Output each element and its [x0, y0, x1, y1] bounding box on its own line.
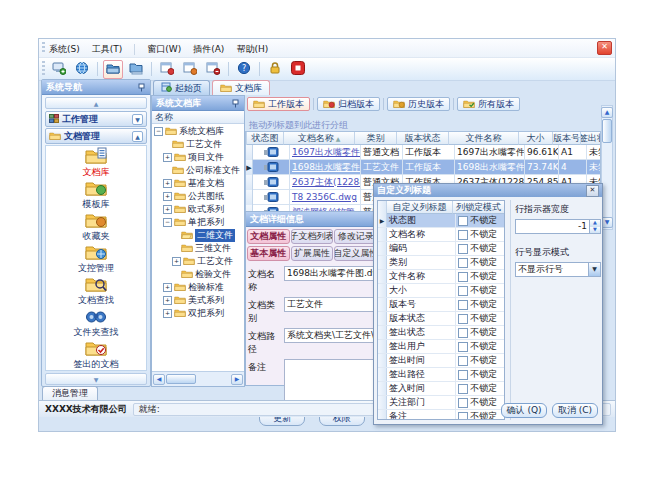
document-name-link[interactable]: 1698出水嘴零件图.dwg	[292, 161, 361, 174]
lock-checkbox[interactable]	[458, 286, 468, 296]
table-row[interactable]: ▶1698出水嘴零件图.dwg工艺文件工作版本1698出水嘴零件图.dwg73.…	[246, 160, 600, 175]
tab-起始页[interactable]: 起始页	[153, 80, 210, 95]
dialog-column-header-自定义列标题[interactable]: 自定义列标题	[387, 201, 453, 214]
dialog-row-文件名称[interactable]: 文件名称不锁定	[378, 270, 504, 284]
toolbar-button-open-library[interactable]	[103, 60, 123, 79]
spinner-down-icon[interactable]: ▼	[590, 227, 600, 234]
scrollbar-thumb[interactable]	[166, 374, 196, 384]
expand-plus-icon[interactable]: +	[172, 257, 181, 266]
dialog-row-签出路径[interactable]: 签出路径不锁定	[378, 368, 504, 382]
lock-checkbox[interactable]	[458, 314, 468, 324]
sidebar-item-签出的文档[interactable]: 签出的文档	[74, 339, 119, 371]
tree-horizontal-scrollbar[interactable]: ◀ ▶	[152, 371, 244, 386]
sidebar-item-文控管理[interactable]: 文控管理	[78, 243, 114, 275]
lock-checkbox[interactable]	[458, 244, 468, 254]
dialog-title-bar[interactable]: 自定义列标题 ✕	[374, 184, 602, 197]
collapse-icon[interactable]: ▲	[132, 131, 143, 142]
menubar-grip-handle[interactable]	[42, 42, 45, 54]
document-name-link[interactable]: T8 2356C.dwg	[292, 192, 357, 202]
collapse-minus-icon[interactable]: −	[154, 127, 163, 136]
tree-node-检验文件[interactable]: 检验文件	[152, 268, 244, 281]
expand-plus-icon[interactable]: +	[163, 283, 172, 292]
document-name-link[interactable]: 2637主体(12284).dwg	[292, 176, 361, 189]
expand-icon[interactable]: ▼	[132, 114, 143, 125]
lock-checkbox[interactable]	[458, 398, 468, 408]
detail-subtab-基本属性[interactable]: 基本属性	[247, 246, 290, 261]
lock-checkbox[interactable]	[458, 356, 468, 366]
tree-node-工艺文件[interactable]: + 工艺文件	[152, 255, 244, 268]
field-input-文档名称[interactable]: 1698出水嘴零件图.dwg	[284, 266, 376, 281]
dialog-row-大小[interactable]: 大小不锁定	[378, 284, 504, 298]
sidebar-item-收藏夹[interactable]: 收藏夹	[83, 211, 110, 243]
detail-tab-子文档列表[interactable]: 子文档列表	[291, 229, 334, 244]
cancel-button[interactable]: 取消 (C)	[552, 403, 598, 418]
version-button-工作版本[interactable]: 工作版本	[247, 97, 310, 111]
dialog-row-版本号[interactable]: 版本号不锁定	[378, 298, 504, 312]
dialog-row-签出状态[interactable]: 签出状态不锁定	[378, 326, 504, 340]
column-header-类别[interactable]: 类别	[355, 132, 397, 145]
tree-column-header-name[interactable]: 名称	[152, 111, 244, 124]
tree-node-三维文件[interactable]: 三维文件	[152, 242, 244, 255]
toolbar-button-help[interactable]: ?	[234, 60, 254, 79]
menu-item-1[interactable]: 系统(S)	[49, 43, 80, 56]
field-input-文档类别[interactable]: 工艺文件	[284, 297, 376, 312]
row-indicator-width-spinner[interactable]: -1 ▲ ▼	[515, 219, 601, 234]
dialog-row-签出用户[interactable]: 签出用户不锁定	[378, 340, 504, 354]
tree-node-二维文件[interactable]: 二维文件	[152, 229, 244, 242]
menu-item-4[interactable]: 插件(A)	[193, 43, 224, 56]
detail-subtab-自定义属性[interactable]: 自定义属性	[334, 246, 377, 261]
expand-plus-icon[interactable]: +	[163, 309, 172, 318]
lock-checkbox[interactable]	[458, 216, 468, 226]
lock-checkbox[interactable]	[458, 412, 468, 421]
dialog-row-编码[interactable]: 编码不锁定	[378, 242, 504, 256]
toolbar-button-new-window[interactable]	[157, 60, 177, 79]
column-header-文件名称[interactable]: 文件名称	[449, 132, 519, 145]
dialog-close-icon[interactable]: ✕	[586, 185, 599, 197]
nav-scroll-down-strip[interactable]: ▼	[45, 373, 147, 385]
tree-node-公司标准文件[interactable]: 公司标准文件	[152, 164, 244, 177]
dialog-row-签出时间[interactable]: 签出时间不锁定	[378, 354, 504, 368]
sidebar-section-doc-management[interactable]: 文档管理▲	[45, 128, 147, 144]
detail-tab-修改记录[interactable]: 修改记录	[334, 229, 377, 244]
lock-checkbox[interactable]	[458, 384, 468, 394]
menu-item-3[interactable]: 窗口(W)	[147, 43, 181, 56]
field-input-文档路径[interactable]: 系统文档夹\工艺文件\	[284, 328, 376, 343]
dialog-row-类别[interactable]: 类别不锁定	[378, 256, 504, 270]
detail-subtab-扩展属性[interactable]: 扩展属性	[291, 246, 334, 261]
toolbar-button-library-list[interactable]	[126, 60, 146, 79]
dialog-row-版本状态[interactable]: 版本状态不锁定	[378, 312, 504, 326]
expand-plus-icon[interactable]: +	[163, 192, 172, 201]
version-button-归档版本[interactable]: 归档版本	[317, 97, 380, 111]
toolbar-button-exit[interactable]	[288, 60, 308, 79]
row-number-mode-select[interactable]: 不显示行号 ▼	[515, 262, 601, 277]
tree-node-检验标准[interactable]: + 检验标准	[152, 281, 244, 294]
pin-icon[interactable]	[231, 99, 240, 108]
toolbar-grip-handle[interactable]	[42, 61, 45, 77]
expand-plus-icon[interactable]: +	[163, 296, 172, 305]
scroll-up-arrow-icon[interactable]: ▲	[601, 107, 613, 118]
table-row[interactable]: 1697出水嘴零件图.dwg普通文档工作版本1697出水嘴零件图.dwg96.6…	[246, 145, 600, 160]
column-header-版本状态[interactable]: 版本状态	[397, 132, 449, 145]
chevron-down-icon[interactable]: ▼	[588, 263, 600, 276]
lock-checkbox[interactable]	[458, 272, 468, 282]
sidebar-item-模板库[interactable]: 模板库	[83, 179, 110, 211]
document-name-link[interactable]: 1697出水嘴零件图.dwg	[292, 146, 361, 159]
dialog-row-签入时间[interactable]: 签入时间不锁定	[378, 382, 504, 396]
column-header-签出状态[interactable]: 签出状态	[581, 132, 601, 145]
dialog-row-关注部门[interactable]: 关注部门不锁定	[378, 396, 504, 410]
tab-文档库[interactable]: 文档库	[212, 80, 270, 95]
nav-scroll-up-strip[interactable]: ▲	[45, 97, 147, 109]
column-header-状态图[interactable]: 状态图	[247, 132, 284, 145]
expand-plus-icon[interactable]: +	[163, 179, 172, 188]
tree-node-双把系列[interactable]: + 双把系列	[152, 307, 244, 320]
confirm-button[interactable]: 确认 (Q)	[501, 403, 547, 418]
tree-node-基准文档[interactable]: + 基准文档	[152, 177, 244, 190]
tree-node-公共图纸[interactable]: + 公共图纸	[152, 190, 244, 203]
collapse-minus-icon[interactable]: −	[163, 218, 172, 227]
lock-checkbox[interactable]	[458, 300, 468, 310]
lock-checkbox[interactable]	[458, 258, 468, 268]
version-button-所有版本[interactable]: 所有版本	[457, 97, 520, 111]
toolbar-button-edit-window[interactable]	[180, 60, 200, 79]
toolbar-button-delete-window[interactable]	[203, 60, 223, 79]
toolbar-button-lock[interactable]	[265, 60, 285, 79]
